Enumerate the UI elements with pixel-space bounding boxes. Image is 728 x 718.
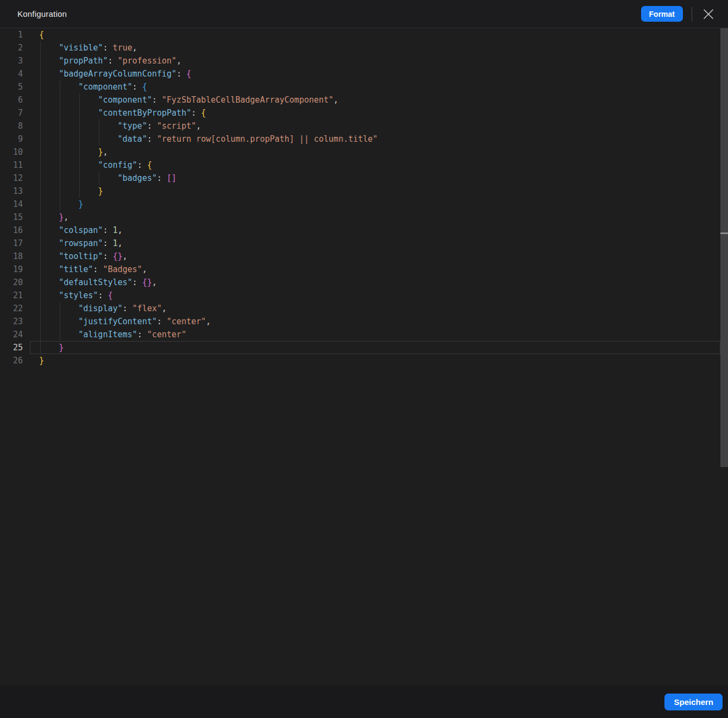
indent-guide bbox=[60, 198, 60, 211]
code-token: "visible" bbox=[59, 43, 103, 53]
line-number: 1 bbox=[0, 28, 23, 41]
code-token: , bbox=[64, 212, 68, 222]
indent-guide bbox=[40, 146, 41, 159]
indent-guide bbox=[40, 237, 41, 250]
code-line[interactable]: 16 "colspan": 1, bbox=[0, 224, 728, 237]
indent-guide bbox=[40, 106, 41, 119]
code-token bbox=[39, 160, 98, 170]
code-token bbox=[39, 108, 98, 118]
code-line[interactable]: 18 "tooltip": {}, bbox=[0, 250, 728, 263]
line-number: 18 bbox=[0, 250, 23, 263]
line-number: 15 bbox=[0, 211, 23, 224]
line-number: 25 bbox=[0, 341, 23, 354]
code-token bbox=[39, 95, 98, 105]
code-line[interactable]: 20 "defaultStyles": {}, bbox=[0, 276, 728, 289]
code-token: "justifyContent" bbox=[78, 317, 157, 326]
code-token: "rowspan" bbox=[59, 238, 103, 248]
code-line[interactable]: 2 "visible": true, bbox=[0, 41, 728, 54]
code-line[interactable]: 17 "rowspan": 1, bbox=[0, 237, 728, 250]
code-line[interactable]: 26} bbox=[0, 354, 728, 367]
code-token: "badges" bbox=[118, 173, 157, 183]
code-token: , bbox=[118, 225, 123, 235]
code-line[interactable]: 15 }, bbox=[0, 211, 728, 224]
code-token bbox=[39, 199, 78, 209]
format-button[interactable]: Format bbox=[641, 6, 683, 22]
indent-guide bbox=[60, 133, 60, 146]
code-line[interactable]: 10 }, bbox=[0, 146, 728, 159]
code-line[interactable]: 25 } bbox=[0, 341, 728, 354]
code-token: : bbox=[103, 238, 112, 248]
code-token: , bbox=[118, 238, 123, 248]
code-token: "type" bbox=[118, 121, 147, 131]
code-token: : bbox=[133, 82, 142, 92]
code-token: "return row[column.propPath] || column.t… bbox=[157, 134, 378, 144]
indent-guide bbox=[40, 133, 41, 146]
code-token: "contentByPropPath" bbox=[98, 108, 191, 118]
code-token bbox=[39, 225, 59, 235]
code-token bbox=[39, 147, 98, 157]
scrollbar-thumb[interactable] bbox=[720, 28, 728, 467]
indent-guide bbox=[40, 67, 41, 80]
code-token: , bbox=[162, 304, 167, 313]
code-token bbox=[39, 186, 98, 196]
code-token: "propPath" bbox=[59, 56, 108, 66]
code-token: : bbox=[157, 317, 167, 326]
indent-guide bbox=[79, 93, 80, 106]
code-token: } bbox=[78, 199, 83, 209]
line-number: 4 bbox=[0, 67, 23, 80]
indent-guide bbox=[40, 276, 41, 289]
code-token: "flex" bbox=[133, 304, 162, 313]
indent-guide bbox=[40, 341, 41, 354]
code-token bbox=[39, 82, 78, 92]
code-line[interactable]: 13 } bbox=[0, 185, 728, 198]
code-token: , bbox=[133, 43, 137, 53]
indent-guide bbox=[79, 146, 80, 159]
dialog-footer: Speichern bbox=[0, 685, 728, 718]
code-line[interactable]: 21 "styles": { bbox=[0, 289, 728, 302]
save-button[interactable]: Speichern bbox=[664, 694, 723, 710]
code-line[interactable]: 4 "badgeArrayColumnConfig": { bbox=[0, 67, 728, 80]
code-line[interactable]: 7 "contentByPropPath": { bbox=[0, 106, 728, 119]
code-token bbox=[39, 69, 59, 79]
indent-guide bbox=[40, 289, 41, 302]
code-line[interactable]: 14 } bbox=[0, 198, 728, 211]
code-line[interactable]: 24 "alignItems": "center" bbox=[0, 328, 728, 341]
code-line[interactable]: 8 "type": "script", bbox=[0, 119, 728, 133]
code-token bbox=[39, 251, 59, 261]
indent-guide bbox=[60, 302, 60, 315]
indent-guide bbox=[40, 80, 41, 93]
scrollbar-track[interactable] bbox=[720, 28, 728, 685]
code-line[interactable]: 12 "badges": [] bbox=[0, 172, 728, 185]
code-line[interactable]: 9 "data": "return row[column.propPath] |… bbox=[0, 133, 728, 146]
code-line[interactable]: 19 "title": "Badges", bbox=[0, 263, 728, 276]
code-line[interactable]: 23 "justifyContent": "center", bbox=[0, 315, 728, 328]
code-line[interactable]: 22 "display": "flex", bbox=[0, 302, 728, 315]
code-token: "script" bbox=[157, 121, 196, 131]
code-token bbox=[39, 278, 59, 287]
indent-guide bbox=[79, 119, 80, 133]
indent-guide bbox=[99, 172, 99, 185]
header-actions: Format bbox=[641, 6, 716, 22]
code-line[interactable]: 6 "component": "FyzSbTableCellBadgeArray… bbox=[0, 93, 728, 106]
code-line[interactable]: 1{ bbox=[0, 28, 728, 41]
code-token: : bbox=[93, 264, 103, 274]
line-number: 19 bbox=[0, 263, 23, 276]
line-number: 6 bbox=[0, 93, 23, 106]
code-editor[interactable]: 1{2 "visible": true,3 "propPath": "profe… bbox=[0, 28, 728, 685]
code-line[interactable]: 3 "propPath": "profession", bbox=[0, 54, 728, 67]
indent-guide bbox=[40, 93, 41, 106]
close-button[interactable] bbox=[701, 7, 716, 22]
code-token: {} bbox=[112, 251, 122, 261]
indent-guide bbox=[40, 172, 41, 185]
indent-guide bbox=[40, 198, 41, 211]
line-number: 10 bbox=[0, 146, 23, 159]
code-token: true bbox=[112, 43, 132, 53]
line-number: 26 bbox=[0, 354, 23, 367]
code-line[interactable]: 5 "component": { bbox=[0, 80, 728, 93]
indent-guide bbox=[60, 93, 60, 106]
indent-guide bbox=[40, 159, 41, 172]
indent-guide bbox=[60, 106, 60, 119]
code-line[interactable]: 11 "config": { bbox=[0, 159, 728, 172]
current-line-highlight bbox=[30, 341, 720, 354]
code-token bbox=[39, 264, 59, 274]
